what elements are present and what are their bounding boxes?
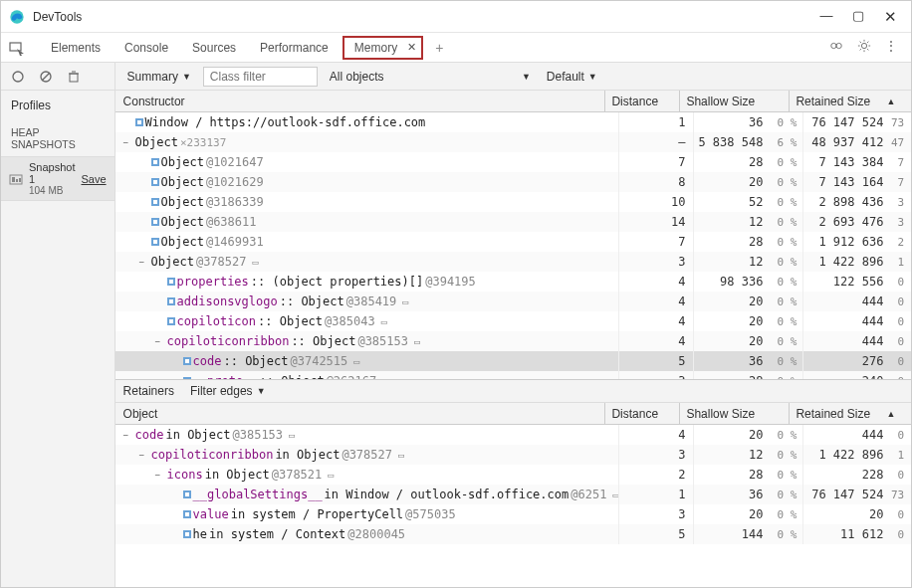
table-row[interactable]: −icons in Object @378521▭2280 %2280 % — [115, 465, 912, 485]
row-name-cell[interactable]: −code in Object @385153▭ — [115, 425, 620, 445]
link-icon[interactable]: ▭ — [353, 356, 359, 367]
tab-performance[interactable]: Performance — [250, 36, 339, 60]
link-icon[interactable]: ▭ — [398, 450, 404, 461]
retainers-body[interactable]: −code in Object @385153▭4200 %4440 %−cop… — [115, 425, 912, 554]
table-row[interactable]: Object @10216477280 %7 143 3847 % — [115, 152, 912, 172]
row-shallow: 1440 % — [694, 524, 803, 544]
objects-filter-dropdown[interactable]: All objects ▼ — [326, 68, 535, 86]
row-name-cell[interactable]: Object @1021647 — [115, 152, 620, 172]
column-distance[interactable]: Distance — [605, 403, 680, 424]
row-name-cell[interactable]: properties :: (object properties)[] @394… — [115, 272, 620, 292]
row-name-cell[interactable]: copiloticon :: Object @385043▭ — [115, 311, 620, 331]
row-distance: 3 — [619, 371, 694, 379]
table-row[interactable]: −Object @378527▭3120 %1 422 8961 % — [115, 252, 912, 272]
column-distance[interactable]: Distance — [605, 91, 680, 111]
link-icon[interactable]: ▭ — [402, 296, 408, 307]
row-name-cell[interactable]: __globalSettings__ in Window / outlook-s… — [115, 485, 620, 504]
column-shallow[interactable]: Shallow Size — [680, 403, 790, 424]
tab-memory[interactable]: Memory ✕ — [342, 36, 423, 60]
minimize-button[interactable]: — — [819, 8, 833, 26]
retainers-bar: Retainers Filter edges ▼ — [115, 379, 912, 403]
table-row[interactable]: he in system / Context @280004551440 %11… — [115, 524, 912, 544]
inspect-icon[interactable] — [9, 40, 25, 56]
row-distance: – — [619, 132, 694, 152]
tab-elements[interactable]: Elements — [41, 36, 111, 60]
close-button[interactable]: ✕ — [883, 8, 897, 26]
expander-icon[interactable]: − — [155, 470, 165, 480]
row-name-cell[interactable]: Object @638611 — [115, 212, 620, 232]
table-row[interactable]: value in system / PropertyCell @57503532… — [115, 504, 912, 524]
bug-icon[interactable] — [829, 39, 843, 56]
table-row[interactable]: −code in Object @385153▭4200 %4440 % — [115, 425, 912, 445]
column-constructor[interactable]: Constructor — [115, 91, 606, 111]
row-retained: 4440 % — [803, 425, 912, 445]
table-row[interactable]: addisonsvglogo :: Object @385419▭4200 %4… — [115, 292, 912, 311]
row-name-cell[interactable]: __proto__ :: Object @262167▭ — [115, 371, 620, 379]
row-name-cell[interactable]: −copiloticonribbon in Object @378527▭ — [115, 445, 620, 465]
table-row[interactable]: Object @63861114120 %2 693 4763 % — [115, 212, 912, 232]
row-name-cell[interactable]: −icons in Object @378521▭ — [115, 465, 620, 485]
link-icon[interactable]: ▭ — [328, 470, 334, 481]
table-row[interactable]: Object @318633910520 %2 898 4363 % — [115, 192, 912, 212]
view-mode-dropdown[interactable]: Summary ▼ — [123, 68, 195, 86]
table-row[interactable]: properties :: (object properties)[] @394… — [115, 272, 912, 292]
tab-close-icon[interactable]: ✕ — [407, 41, 416, 54]
link-icon[interactable]: ▭ — [382, 376, 388, 380]
tab-add-button[interactable]: + — [427, 40, 451, 56]
row-name-cell[interactable]: −Object ×233137 — [115, 132, 620, 152]
row-name-cell[interactable]: Object @1021629 — [115, 172, 620, 192]
settings-icon[interactable] — [857, 39, 871, 56]
link-icon[interactable]: ▭ — [289, 430, 295, 441]
delete-icon[interactable] — [67, 70, 81, 84]
expander-icon[interactable]: − — [123, 430, 133, 440]
maximize-button[interactable]: ▢ — [851, 8, 865, 26]
row-name-cell[interactable]: Object @3186339 — [115, 192, 620, 212]
expander-icon[interactable]: − — [155, 336, 165, 346]
link-icon[interactable]: ▭ — [612, 490, 618, 500]
svg-rect-42 — [185, 512, 189, 516]
row-name-cell[interactable]: code :: Object @3742515▭ — [115, 351, 620, 371]
tab-sources[interactable]: Sources — [182, 36, 246, 60]
snapshot-item[interactable]: Snapshot 1 104 MB Save — [1, 156, 114, 201]
row-name-cell[interactable]: −Object @378527▭ — [115, 252, 620, 272]
constructors-body[interactable]: Window / https://outlook-sdf.office.com1… — [115, 112, 912, 379]
table-row[interactable]: Object @10216298200 %7 143 1647 % — [115, 172, 912, 192]
table-row[interactable]: −Object ×233137–5 838 5486 %48 937 41247… — [115, 132, 912, 152]
column-retained[interactable]: Retained Size ▲ — [790, 403, 909, 424]
table-row[interactable]: __proto__ :: Object @262167▭3280 %2400 % — [115, 371, 912, 379]
record-icon[interactable] — [11, 70, 25, 84]
row-name-cell[interactable]: Window / https://outlook-sdf.office.com — [115, 112, 620, 132]
row-name-cell[interactable]: he in system / Context @2800045 — [115, 524, 620, 544]
row-name-cell[interactable]: Object @1469931 — [115, 232, 620, 252]
column-object[interactable]: Object — [115, 403, 606, 424]
class-filter-input[interactable] — [203, 67, 318, 87]
column-shallow[interactable]: Shallow Size — [680, 91, 790, 111]
row-name-cell[interactable]: value in system / PropertyCell @575035 — [115, 504, 620, 524]
more-icon[interactable]: ⋮ — [885, 39, 897, 56]
expander-icon[interactable]: − — [139, 257, 149, 267]
table-row[interactable]: −copiloticonribbon in Object @378527▭312… — [115, 445, 912, 465]
row-distance: 4 — [619, 425, 694, 445]
expander-icon[interactable]: − — [139, 450, 149, 460]
link-icon[interactable]: ▭ — [253, 257, 259, 268]
link-icon[interactable]: ▭ — [414, 336, 420, 347]
table-row[interactable]: −copiloticonribbon :: Object @385153▭420… — [115, 331, 912, 351]
default-filter-dropdown[interactable]: Default ▼ — [543, 68, 601, 86]
expander-icon[interactable]: − — [123, 137, 133, 147]
column-retained[interactable]: Retained Size ▲ — [790, 91, 909, 111]
table-row[interactable]: Window / https://outlook-sdf.office.com1… — [115, 112, 912, 132]
table-row[interactable]: copiloticon :: Object @385043▭4200 %4440… — [115, 311, 912, 331]
caret-down-icon: ▼ — [588, 72, 597, 82]
svg-rect-34 — [185, 359, 189, 363]
table-row[interactable]: Object @14699317280 %1 912 6362 % — [115, 232, 912, 252]
filter-edges-dropdown[interactable]: Filter edges ▼ — [186, 382, 270, 400]
row-name-cell[interactable]: addisonsvglogo :: Object @385419▭ — [115, 292, 620, 311]
table-row[interactable]: code :: Object @3742515▭5360 %2760 % — [115, 351, 912, 371]
tab-console[interactable]: Console — [114, 36, 178, 60]
default-filter-label: Default — [547, 70, 584, 84]
clear-icon[interactable] — [39, 70, 53, 84]
snapshot-save-button[interactable]: Save — [81, 173, 106, 185]
table-row[interactable]: __globalSettings__ in Window / outlook-s… — [115, 485, 912, 504]
row-name-cell[interactable]: −copiloticonribbon :: Object @385153▭ — [115, 331, 620, 351]
link-icon[interactable]: ▭ — [381, 316, 387, 327]
